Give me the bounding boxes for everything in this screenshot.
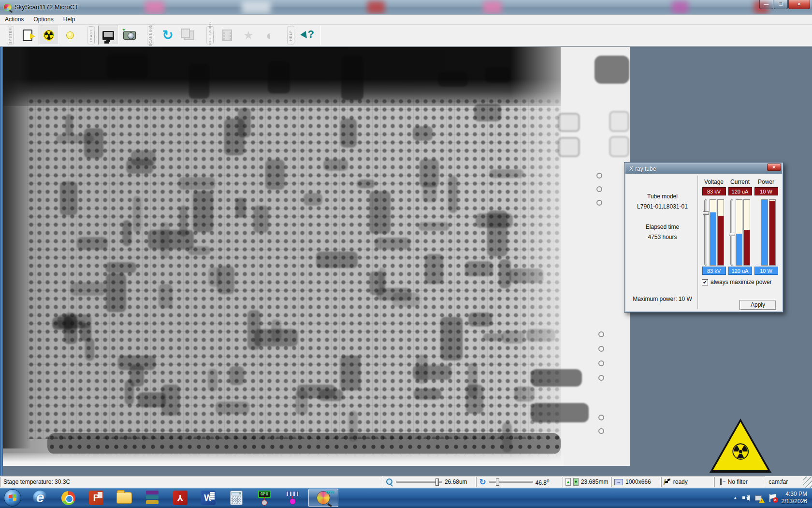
always-maximize-power-label: always maximize power xyxy=(710,279,772,285)
pcb-component xyxy=(319,389,343,401)
pcb-component xyxy=(188,246,211,255)
exit-door-icon xyxy=(23,30,32,41)
menu-options[interactable]: Options xyxy=(29,15,58,24)
pcb-component xyxy=(594,56,629,84)
taskbar-internet-explorer[interactable]: e xyxy=(30,489,50,507)
taskbar-chrome[interactable] xyxy=(58,489,78,507)
current-actual-badge: 120 uA xyxy=(728,267,752,275)
filter-segment: No filter xyxy=(714,477,765,487)
taskbar-word[interactable]: W xyxy=(199,489,218,507)
pcb-component xyxy=(56,134,93,143)
context-help-button[interactable]: ? xyxy=(298,26,318,45)
toolbar-separator xyxy=(320,26,321,45)
menu-help[interactable]: Help xyxy=(58,15,80,24)
network-warning-icon[interactable] xyxy=(755,494,764,502)
voltage-column: Voltage 83 kV 83 kV xyxy=(702,179,726,275)
reconstruction-button xyxy=(217,26,237,45)
pcb-via xyxy=(598,360,604,366)
always-maximize-power-checkbox[interactable]: ✔ xyxy=(702,279,708,285)
show-hidden-icons-button[interactable]: ▲ xyxy=(733,495,738,500)
rotation-text: 46.8o xyxy=(536,478,550,486)
stage-temperature-text: Stage temperature: 30.3C xyxy=(3,478,70,485)
power-header: Power xyxy=(758,179,774,186)
status-bar: Stage temperature: 30.3C 26.68um ↻ 46.8o… xyxy=(0,476,812,488)
pcb-via xyxy=(598,428,604,434)
taskbar-gpu-tool[interactable]: GPU xyxy=(255,489,274,507)
windows-logo-icon xyxy=(9,494,16,502)
pcb-component xyxy=(440,317,463,360)
voltage-slider[interactable] xyxy=(704,199,707,266)
rotation-segment: ↻ 46.8o xyxy=(476,477,562,487)
magnification-slider[interactable] xyxy=(396,481,442,483)
menu-actions[interactable]: Actions xyxy=(0,15,29,24)
filter-text: No filter xyxy=(727,478,747,485)
apply-button[interactable]: Apply xyxy=(740,300,776,310)
taskbar-clock[interactable]: 4:30 PM 2/13/2026 xyxy=(782,491,807,505)
taskbar-file-explorer[interactable] xyxy=(115,489,134,507)
taskbar-detector-tool[interactable] xyxy=(283,489,302,507)
rotate-scan-icon: ↻ xyxy=(162,29,173,42)
pcb-component xyxy=(369,271,385,295)
snapshot-button[interactable] xyxy=(119,26,140,45)
volume-icon[interactable] xyxy=(742,494,750,501)
power-bar-red xyxy=(769,199,776,266)
taskbar-skyscan-active[interactable]: 1172 xyxy=(308,489,338,507)
xray-radiograph-view[interactable] xyxy=(3,47,630,466)
pcb-component xyxy=(80,323,91,341)
current-slider[interactable] xyxy=(730,199,733,266)
voltage-bar-blue xyxy=(710,199,716,266)
elapsed-time-value: 4753 hours xyxy=(627,234,697,240)
pcb-via xyxy=(598,346,604,352)
resize-grip[interactable] xyxy=(803,477,812,488)
video-view-button[interactable] xyxy=(98,26,118,45)
pcb-component xyxy=(84,128,103,158)
stage-up-button[interactable]: ▲ xyxy=(566,478,571,486)
close-button[interactable]: ✕ xyxy=(788,0,810,9)
voltage-slider-thumb[interactable] xyxy=(703,211,709,215)
maximize-button[interactable]: ❐ xyxy=(774,0,788,9)
monitor-icon xyxy=(102,31,114,40)
taskbar-acrobat[interactable]: ⅄ xyxy=(171,489,190,507)
light-button[interactable] xyxy=(60,26,80,45)
exit-button[interactable] xyxy=(17,26,38,45)
toolbar-group-system: SYSTEM xyxy=(7,26,14,45)
taskbar-powerpoint[interactable]: P xyxy=(87,489,106,507)
tube-model-value: L7901-01,L8031-01 xyxy=(627,203,697,210)
pcb-component xyxy=(418,222,450,231)
pcb-component xyxy=(558,113,580,132)
pcb-component xyxy=(375,238,410,249)
minimize-button[interactable]: — xyxy=(759,0,773,9)
magnification-slider-thumb[interactable] xyxy=(435,478,439,486)
pixel-size-text: 26.68um xyxy=(445,478,467,485)
current-slider-thumb[interactable] xyxy=(729,233,735,236)
pcb-component xyxy=(369,191,391,234)
rotation-slider-thumb[interactable] xyxy=(496,478,499,486)
star-icon: ★ xyxy=(243,29,254,42)
stage-down-button[interactable]: ▼ xyxy=(573,478,579,486)
start-button[interactable] xyxy=(4,489,21,507)
taskbar-winrar[interactable] xyxy=(143,489,162,507)
rotation-slider[interactable] xyxy=(489,481,533,483)
warning-triangle: ☢ xyxy=(710,418,771,473)
pcb-component xyxy=(413,126,433,141)
pcb-component xyxy=(476,213,513,227)
action-center-icon[interactable] xyxy=(768,494,777,502)
dialog-close-button[interactable]: ✕ xyxy=(767,164,781,171)
pcb-component xyxy=(295,390,308,415)
pcb-component xyxy=(131,150,156,166)
pcb-via xyxy=(598,415,604,420)
detector-tool-icon xyxy=(286,491,299,505)
taskbar-calculator[interactable]: 0 xyxy=(227,489,246,507)
pcb-component xyxy=(229,366,245,385)
pcb-component xyxy=(238,108,251,137)
radiograph-dark-band xyxy=(3,47,564,106)
stage-position-text: 23.685mm xyxy=(581,478,609,485)
dialog-titlebar[interactable]: X-ray tube xyxy=(625,164,782,174)
pcb-component xyxy=(499,259,511,288)
pcb-component xyxy=(414,388,441,400)
window-title: SkyScan1172 MicroCT xyxy=(14,3,78,11)
scan-button[interactable]: ↻ xyxy=(158,26,178,45)
pcb-component xyxy=(122,220,131,247)
xray-source-button[interactable]: ☢ xyxy=(39,26,59,45)
pcb-component xyxy=(425,254,443,284)
